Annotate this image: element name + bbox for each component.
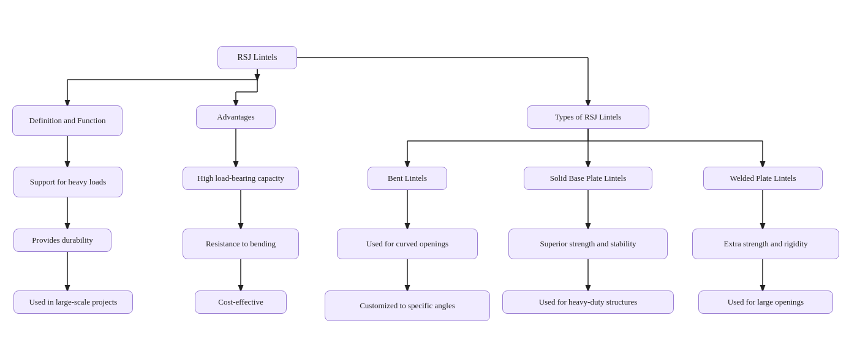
node-curved: Used for curved openings	[337, 229, 478, 259]
node-support: Support for heavy loads	[13, 167, 123, 197]
node-root: RSJ Lintels	[217, 46, 297, 69]
node-extra: Extra strength and rigidity	[692, 229, 839, 259]
node-heavyduty: Used for heavy-duty structures	[502, 290, 674, 314]
node-welded: Welded Plate Lintels	[703, 167, 823, 190]
node-largeopening: Used for large openings	[698, 290, 833, 314]
node-durable: Provides durability	[13, 229, 111, 252]
node-bent: Bent Lintels	[368, 167, 447, 190]
node-definition: Definition and Function	[12, 105, 123, 136]
node-largescale: Used in large-scale projects	[13, 290, 133, 314]
node-highload: High load-bearing capacity	[183, 167, 299, 190]
node-solid: Solid Base Plate Lintels	[524, 167, 652, 190]
node-costeff: Cost-effective	[195, 290, 287, 314]
node-types: Types of RSJ Lintels	[527, 105, 649, 129]
node-superior: Superior strength and stability	[508, 229, 668, 259]
node-customized: Customized to specific angles	[325, 290, 490, 321]
diagram-container: RSJ Lintels Definition and Function Adva…	[0, 0, 868, 353]
node-advantages: Advantages	[196, 105, 276, 129]
node-resist: Resistance to bending	[183, 229, 299, 259]
